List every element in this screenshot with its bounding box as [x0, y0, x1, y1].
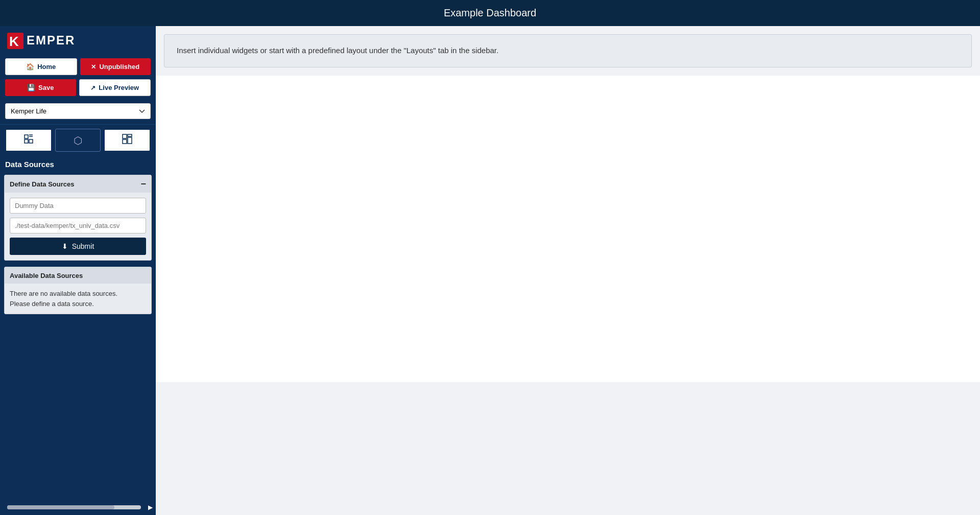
save-button[interactable]: 💾 Save: [5, 79, 76, 96]
unpublished-button[interactable]: ✕ Unpublished: [80, 58, 151, 75]
sidebar-scroll-right-arrow[interactable]: ▶: [148, 504, 153, 511]
tab-data-button[interactable]: ⬡: [55, 129, 101, 152]
svg-rect-10: [123, 139, 127, 144]
layout-icon: [122, 134, 132, 147]
logo-area: K EMPER: [0, 26, 156, 54]
unpublished-icon: ✕: [91, 63, 96, 71]
available-panel-header: Available Data Sources: [5, 267, 151, 284]
tab-layout-button[interactable]: [104, 129, 151, 152]
sidebar: K EMPER 🏠 Home ✕ Unpublished 💾 Save: [0, 26, 156, 515]
tab-widgets-button[interactable]: [5, 129, 52, 152]
live-preview-button-label: Live Preview: [99, 84, 139, 91]
home-button-label: Home: [37, 63, 56, 71]
data-sources-section-label: Data Sources: [0, 156, 156, 172]
define-panel-collapse-button[interactable]: −: [140, 179, 146, 189]
available-panel-title: Available Data Sources: [10, 272, 83, 279]
svg-rect-9: [128, 137, 132, 144]
home-icon: 🏠: [26, 63, 34, 71]
content-blank-area: [156, 76, 980, 382]
sidebar-scrollbar-thumb: [7, 505, 114, 509]
svg-rect-5: [25, 139, 28, 143]
svg-rect-2: [25, 135, 28, 138]
live-preview-button[interactable]: ↗ Live Preview: [79, 79, 151, 96]
define-panel-header: Define Data Sources −: [5, 175, 151, 193]
main-layout: K EMPER 🏠 Home ✕ Unpublished 💾 Save: [0, 26, 980, 515]
unpublished-button-label: Unpublished: [99, 63, 139, 71]
data-source-name-input[interactable]: [10, 198, 146, 214]
available-panel-body: There are no available data sources.Plea…: [5, 284, 151, 314]
widgets-icon: [23, 134, 34, 147]
submit-icon: ⬇: [62, 242, 68, 250]
main-content: Insert individual widgets or start with …: [156, 26, 980, 515]
available-data-sources-panel: Available Data Sources There are no avai…: [4, 267, 152, 314]
content-hint-box: Insert individual widgets or start with …: [164, 34, 972, 67]
svg-rect-6: [29, 139, 33, 143]
define-panel-body: ⬇ Submit: [5, 193, 151, 260]
define-panel-title: Define Data Sources: [10, 180, 74, 188]
logo-k-letter: K: [7, 31, 23, 49]
sidebar-scrollbar-track[interactable]: [7, 505, 141, 509]
top-header-bar: Example Dashboard: [0, 0, 980, 26]
submit-button-label: Submit: [72, 242, 94, 250]
sidebar-spacer: [0, 317, 156, 500]
hint-text: Insert individual widgets or start with …: [177, 46, 498, 55]
dropdown-area: Kemper LifeKemper AutoKemper Home: [0, 100, 156, 124]
define-data-sources-panel: Define Data Sources − ⬇ Submit: [4, 175, 152, 261]
save-icon: 💾: [27, 84, 35, 91]
tab-icons-row: ⬡: [0, 125, 156, 156]
home-button[interactable]: 🏠 Home: [5, 58, 77, 75]
no-data-sources-message: There are no available data sources.Plea…: [10, 290, 117, 308]
sidebar-scrollbar[interactable]: ▶: [0, 500, 156, 515]
data-source-path-input[interactable]: [10, 218, 146, 233]
svg-text:K: K: [9, 34, 19, 49]
submit-button[interactable]: ⬇ Submit: [10, 238, 146, 255]
live-preview-icon: ↗: [90, 84, 95, 91]
data-icon: ⬡: [74, 134, 82, 147]
logo-brand-name: EMPER: [27, 33, 75, 48]
svg-rect-8: [128, 134, 132, 136]
kemper-life-select[interactable]: Kemper LifeKemper AutoKemper Home: [5, 103, 151, 119]
svg-rect-7: [123, 134, 127, 138]
dashboard-title: Example Dashboard: [444, 7, 536, 18]
save-button-label: Save: [38, 84, 54, 91]
logo: K EMPER: [7, 31, 75, 49]
action-buttons-row1: 🏠 Home ✕ Unpublished: [0, 54, 156, 79]
action-buttons-row2: 💾 Save ↗ Live Preview: [0, 79, 156, 100]
